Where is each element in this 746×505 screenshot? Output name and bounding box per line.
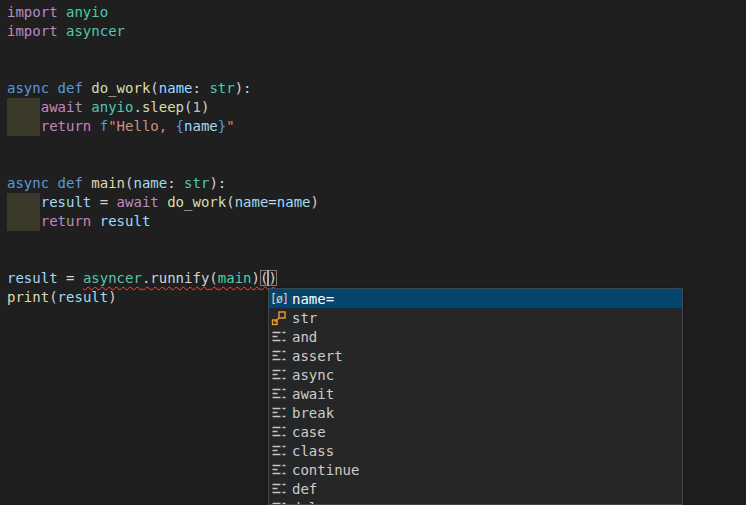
suggest-item-await[interactable]: await <box>269 384 682 403</box>
code-token: = <box>268 194 276 210</box>
code-token <box>7 213 41 229</box>
code-line[interactable] <box>7 250 746 269</box>
keyword-icon <box>271 386 287 402</box>
code-token: do_work <box>167 194 226 210</box>
code-token: ) <box>108 289 116 305</box>
code-token <box>7 99 41 115</box>
code-token: ) <box>268 270 276 286</box>
suggest-item-label: continue <box>292 462 682 478</box>
suggest-item-async[interactable]: async <box>269 365 682 384</box>
code-line[interactable]: return f"Hello, {name}" <box>7 117 746 136</box>
code-line[interactable]: import asyncer <box>7 22 746 41</box>
code-token: def <box>58 80 83 96</box>
code-line[interactable]: async def do_work(name: str): <box>7 79 746 98</box>
code-token <box>49 80 57 96</box>
suggest-item-label: def <box>292 481 682 497</box>
keyword-icon <box>271 348 287 364</box>
suggest-item-case[interactable]: case <box>269 422 682 441</box>
code-token: ) <box>311 194 319 210</box>
suggest-item-del[interactable]: del <box>269 498 682 505</box>
suggest-item-assert[interactable]: assert <box>269 346 682 365</box>
code-token: anyio <box>91 99 133 115</box>
code-token: asyncer <box>83 270 142 286</box>
code-token: ) <box>201 99 209 115</box>
code-token <box>49 175 57 191</box>
code-line[interactable] <box>7 155 746 174</box>
suggest-item-label: class <box>292 443 682 459</box>
code-token: async <box>7 175 49 191</box>
suggest-widget: [ø]name=strandassertasyncawaitbreakcasec… <box>268 288 683 505</box>
code-line[interactable] <box>7 60 746 79</box>
code-token <box>91 118 99 134</box>
suggest-item-name[interactable]: [ø]name= <box>269 289 682 308</box>
code-token: str <box>184 175 209 191</box>
suggest-item-label: break <box>292 405 682 421</box>
code-token: f <box>100 118 108 134</box>
code-line[interactable] <box>7 41 746 60</box>
keyword-icon <box>271 424 287 440</box>
code-token: ) <box>252 270 260 286</box>
code-token: import <box>7 23 58 39</box>
code-token: ( <box>49 289 57 305</box>
code-token: ): <box>209 175 226 191</box>
code-token: : <box>193 80 201 96</box>
suggest-item-label: assert <box>292 348 682 364</box>
suggest-item-str[interactable]: str <box>269 308 682 327</box>
suggest-item-label: del <box>292 500 682 505</box>
suggest-item-and[interactable]: and <box>269 327 682 346</box>
code-token: result <box>58 289 109 305</box>
code-token: result <box>41 194 92 210</box>
code-token <box>176 175 184 191</box>
keyword-icon <box>271 443 287 459</box>
code-line[interactable] <box>7 231 746 250</box>
keyword-icon <box>271 481 287 497</box>
code-token: ( <box>209 270 217 286</box>
suggest-item-break[interactable]: break <box>269 403 682 422</box>
keyword-icon <box>271 462 287 478</box>
code-token: main <box>218 270 252 286</box>
code-token: name <box>133 175 167 191</box>
code-line[interactable]: import anyio <box>7 3 746 22</box>
parameter-icon: [ø] <box>271 291 287 307</box>
code-token: name <box>235 194 269 210</box>
code-token: asyncer <box>66 23 125 39</box>
code-token: return <box>41 118 92 134</box>
code-token: await <box>117 194 159 210</box>
code-token: print <box>7 289 49 305</box>
code-token: 1 <box>193 99 201 115</box>
code-line[interactable]: await anyio.sleep(1) <box>7 98 746 117</box>
suggest-item-class[interactable]: class <box>269 441 682 460</box>
code-token: runnify <box>150 270 209 286</box>
code-area[interactable]: import anyioimport asyncerasync def do_w… <box>0 0 746 307</box>
code-token: = <box>91 194 116 210</box>
code-editor: import anyioimport asyncerasync def do_w… <box>0 0 746 505</box>
suggest-item-continue[interactable]: continue <box>269 460 682 479</box>
suggest-item-label: and <box>292 329 682 345</box>
code-token <box>159 194 167 210</box>
code-token <box>7 118 41 134</box>
class-icon <box>271 310 287 326</box>
code-line[interactable]: return result <box>7 212 746 231</box>
code-line[interactable]: result = asyncer.runnify(main)() <box>7 269 746 288</box>
suggest-item-label: str <box>292 310 682 326</box>
code-token: ( <box>184 99 192 115</box>
suggest-item-label: case <box>292 424 682 440</box>
suggest-item-def[interactable]: def <box>269 479 682 498</box>
code-line[interactable]: async def main(name: str): <box>7 174 746 193</box>
text-cursor <box>267 270 269 286</box>
suggest-item-label: await <box>292 386 682 402</box>
code-token: . <box>133 99 141 115</box>
code-token: str <box>209 80 234 96</box>
code-token: result <box>100 213 151 229</box>
code-token: ( <box>226 194 234 210</box>
code-token: ): <box>235 80 252 96</box>
code-line[interactable] <box>7 136 746 155</box>
code-token: name <box>184 118 218 134</box>
code-token: " <box>226 118 234 134</box>
code-token: "Hello, <box>108 118 175 134</box>
code-token <box>58 23 66 39</box>
code-token: } <box>218 118 226 134</box>
code-line[interactable]: result = await do_work(name=name) <box>7 193 746 212</box>
code-token <box>58 4 66 20</box>
code-token: ( <box>150 80 158 96</box>
